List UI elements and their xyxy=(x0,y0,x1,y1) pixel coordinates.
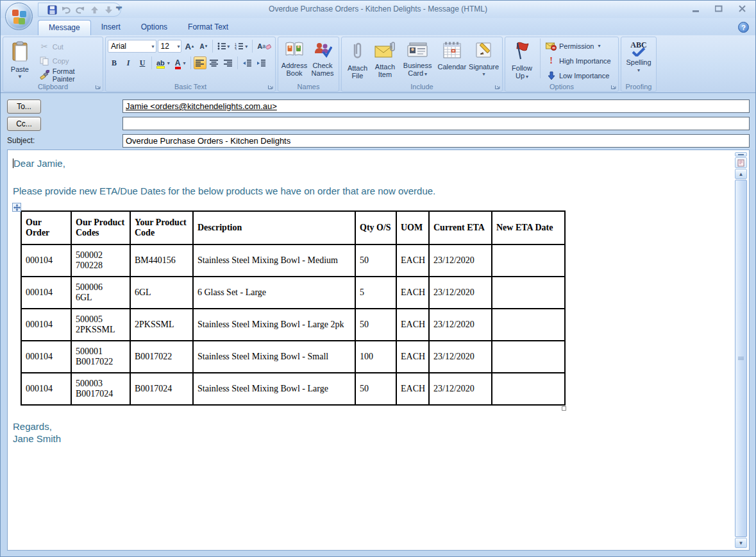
bullets-button[interactable]: ▾ xyxy=(215,40,231,53)
save-icon[interactable] xyxy=(46,4,58,15)
high-importance-button[interactable]: ! High Importance xyxy=(544,54,613,67)
to-button[interactable]: To... xyxy=(7,99,41,114)
paste-button[interactable]: Paste▼ xyxy=(5,39,35,83)
scrollbar-thumb[interactable] xyxy=(735,180,747,537)
next-item-icon[interactable] xyxy=(103,4,114,15)
quick-access-toolbar xyxy=(38,3,121,17)
highlight-button[interactable]: ab▾ xyxy=(155,56,172,69)
tab-insert[interactable]: Insert xyxy=(91,20,131,35)
to-field[interactable]: Jamie <orders@kitchendelights.com.au> xyxy=(122,99,750,113)
help-icon[interactable]: ? xyxy=(738,22,749,33)
underline-button[interactable]: U xyxy=(136,56,149,69)
table-resize-handle[interactable] xyxy=(562,406,566,411)
cut-button[interactable]: ✂ Cut xyxy=(37,40,101,53)
italic-button[interactable]: I xyxy=(122,56,135,69)
options-dialog-launcher-icon[interactable] xyxy=(610,83,617,90)
cc-button[interactable]: Cc... xyxy=(7,117,41,131)
clipboard-dialog-launcher-icon[interactable] xyxy=(94,83,101,90)
increase-indent-button[interactable] xyxy=(255,56,267,69)
subject-field[interactable]: Overdue Purchase Orders - Kitchen Deligh… xyxy=(122,134,750,148)
cell: 000104 xyxy=(21,277,71,309)
cell: 500003 B0017024 xyxy=(71,373,130,405)
align-center-button[interactable] xyxy=(208,56,221,69)
decrease-indent-button[interactable] xyxy=(240,56,253,69)
col-header-description: Description xyxy=(193,211,355,244)
low-importance-icon xyxy=(546,70,557,81)
cell-new-eta[interactable] xyxy=(492,277,565,309)
calendar-button[interactable]: Calendar xyxy=(436,39,467,83)
numbering-button[interactable]: 123▾ xyxy=(233,40,249,53)
signoff-block: Regards, Jane Smith xyxy=(13,421,730,445)
align-left-button[interactable] xyxy=(194,56,206,69)
cell: 500005 2PKSSML xyxy=(71,309,130,341)
signature-button[interactable]: Signature▾ xyxy=(467,39,500,83)
business-card-label: Business Card xyxy=(403,62,432,78)
permission-icon xyxy=(546,40,557,51)
bold-button[interactable]: B xyxy=(108,56,121,69)
include-dialog-launcher-icon[interactable] xyxy=(494,83,501,90)
copy-button[interactable]: Copy xyxy=(37,54,101,67)
grow-font-button[interactable]: A▴ xyxy=(183,40,196,53)
cc-field[interactable] xyxy=(122,117,750,130)
previous-item-icon[interactable] xyxy=(88,4,100,15)
cell-new-eta[interactable] xyxy=(492,244,565,277)
font-size-combo[interactable]: 12▾ xyxy=(158,40,182,53)
font-color-button[interactable]: A▾ xyxy=(173,56,188,69)
table-move-handle-icon[interactable] xyxy=(12,203,21,212)
format-painter-button[interactable]: Format Painter xyxy=(37,68,101,81)
scrollbar-grip-icon xyxy=(738,357,744,360)
attach-item-button[interactable]: Attach Item xyxy=(371,39,399,83)
address-book-button[interactable]: Address Book xyxy=(280,39,308,83)
attach-file-button[interactable]: Attach File xyxy=(344,39,371,83)
signature-dropdown-icon: ▾ xyxy=(467,71,500,77)
align-right-button[interactable] xyxy=(222,56,235,69)
col-header-uom: UOM xyxy=(396,211,429,244)
paste-label: Paste xyxy=(11,65,29,73)
shrink-font-button[interactable]: A▾ xyxy=(197,40,210,53)
font-color-bar xyxy=(175,67,181,69)
cell: 500001 B0017022 xyxy=(71,341,130,373)
customize-qat-icon[interactable]: ▬▾ xyxy=(116,5,122,10)
clear-formatting-button[interactable]: Aa xyxy=(255,40,273,53)
address-book-icon xyxy=(285,41,304,60)
ruler-toggle-icon[interactable] xyxy=(735,157,747,168)
low-importance-button[interactable]: Low Importance xyxy=(544,69,613,82)
split-handle[interactable] xyxy=(735,152,747,157)
cell: 2PKSSML xyxy=(130,309,193,341)
close-button[interactable] xyxy=(734,3,750,13)
follow-up-dropdown-icon: ▾ xyxy=(526,74,528,80)
cell-new-eta[interactable] xyxy=(492,341,565,373)
col-header-current-eta: Current ETA xyxy=(429,211,492,244)
basic-text-dialog-launcher-icon[interactable] xyxy=(267,83,274,90)
table-row: 000104500002 700228BM440156Stainless Ste… xyxy=(21,244,565,277)
undo-icon[interactable] xyxy=(60,4,72,15)
check-names-button[interactable]: Check Names xyxy=(308,39,337,83)
high-importance-icon: ! xyxy=(546,55,557,66)
font-name-combo[interactable]: Arial▾ xyxy=(108,40,156,53)
scroll-up-icon[interactable]: ▲ xyxy=(735,169,747,179)
cut-icon: ✂ xyxy=(39,41,50,52)
follow-up-button[interactable]: Follow Up▾ xyxy=(507,39,537,83)
office-button[interactable] xyxy=(5,3,33,30)
minimize-button[interactable] xyxy=(687,3,704,13)
cell: 000104 xyxy=(21,244,71,277)
paste-icon xyxy=(10,41,29,64)
purchase-orders-table: Our Order Our Product Codes Your Product… xyxy=(21,210,566,406)
permission-button[interactable]: Permission ▾ xyxy=(544,39,613,53)
cell-new-eta[interactable] xyxy=(492,373,565,405)
maximize-button[interactable] xyxy=(710,3,727,13)
email-editor[interactable]: Dear Jamie, Please provide new ETA/Due D… xyxy=(8,150,749,445)
to-recipient[interactable]: Jamie <orders@kitchendelights.com.au> xyxy=(126,101,277,111)
spelling-button[interactable]: ABC Spelling▾ xyxy=(623,39,654,83)
tab-options[interactable]: Options xyxy=(131,20,178,35)
cell-new-eta[interactable] xyxy=(492,309,565,341)
scrollbar-track[interactable] xyxy=(735,180,747,537)
scroll-down-icon[interactable]: ▼ xyxy=(735,538,747,548)
cell: EACH xyxy=(396,244,429,277)
redo-icon[interactable] xyxy=(74,4,86,15)
ribbon: Paste▼ ✂ Cut Copy xyxy=(1,35,755,93)
ribbon-tabs: Message Insert Options Format Text ? xyxy=(1,18,755,35)
tab-message[interactable]: Message xyxy=(38,20,91,35)
business-card-button[interactable]: Business Card▾ xyxy=(399,39,437,83)
tab-format-text[interactable]: Format Text xyxy=(178,20,239,35)
